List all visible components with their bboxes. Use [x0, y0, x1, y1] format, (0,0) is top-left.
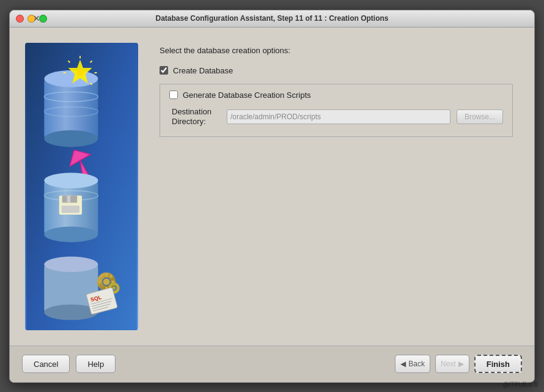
illustration-panel: SQL: [25, 43, 138, 330]
destination-row: DestinationDirectory: Browse...: [172, 107, 503, 128]
generate-scripts-checkbox[interactable]: [169, 91, 178, 99]
svg-point-17: [44, 226, 98, 242]
svg-point-24: [44, 256, 98, 272]
svg-rect-21: [67, 195, 71, 202]
finish-button[interactable]: Finish: [474, 355, 522, 373]
titlebar: ✕ Database Configuration Assistant, Step…: [10, 10, 534, 28]
next-button[interactable]: Next ▶: [435, 355, 469, 373]
svg-rect-22: [62, 205, 79, 213]
section-title: Select the database creation options:: [160, 46, 513, 55]
right-panel: Select the database creation options: Cr…: [138, 28, 534, 346]
close-button[interactable]: [16, 15, 24, 23]
window-controls: [16, 15, 47, 23]
create-database-label: Create Database: [173, 66, 233, 75]
db-illustration: SQL: [25, 43, 138, 330]
back-button[interactable]: ◀ Back: [395, 355, 430, 373]
back-chevron-icon: ◀: [400, 360, 406, 368]
create-database-checkbox[interactable]: [160, 66, 168, 75]
bottom-bar: Cancel Help ◀ Back Next ▶ Finish @ITPUB博…: [10, 346, 534, 382]
next-chevron-icon: ▶: [458, 360, 464, 368]
main-content: SQL Select the database creation options…: [10, 28, 534, 346]
main-window: ✕ Database Configuration Assistant, Step…: [9, 10, 535, 383]
generate-scripts-row: Generate Database Creation Scripts: [169, 91, 503, 100]
svg-point-3: [44, 130, 98, 146]
browse-button[interactable]: Browse...: [457, 109, 503, 124]
titlebar-icon: ✕: [33, 13, 40, 23]
destination-input[interactable]: [227, 109, 450, 124]
generate-scripts-label: Generate Database Creation Scripts: [183, 91, 311, 100]
bottom-left-buttons: Cancel Help: [22, 355, 116, 373]
svg-point-27: [103, 278, 110, 285]
options-container: Create Database Generate Database Creati…: [160, 66, 513, 138]
destination-label: DestinationDirectory:: [172, 107, 221, 128]
svg-point-7: [76, 69, 84, 76]
svg-point-2: [44, 70, 98, 87]
svg-rect-30: [98, 280, 101, 283]
create-database-row: Create Database: [160, 66, 513, 75]
svg-rect-28: [105, 273, 108, 276]
cancel-button[interactable]: Cancel: [22, 355, 70, 373]
scripts-group: Generate Database Creation Scripts Desti…: [160, 84, 513, 138]
back-label: Back: [408, 360, 425, 368]
help-button[interactable]: Help: [76, 355, 116, 373]
watermark: @ITPUB博客: [502, 380, 535, 383]
titlebar-title: Database Configuration Assistant, Step 1…: [156, 14, 389, 23]
bottom-right-buttons: ◀ Back Next ▶ Finish: [395, 355, 522, 373]
svg-point-16: [44, 172, 98, 188]
next-label: Next: [441, 360, 456, 368]
